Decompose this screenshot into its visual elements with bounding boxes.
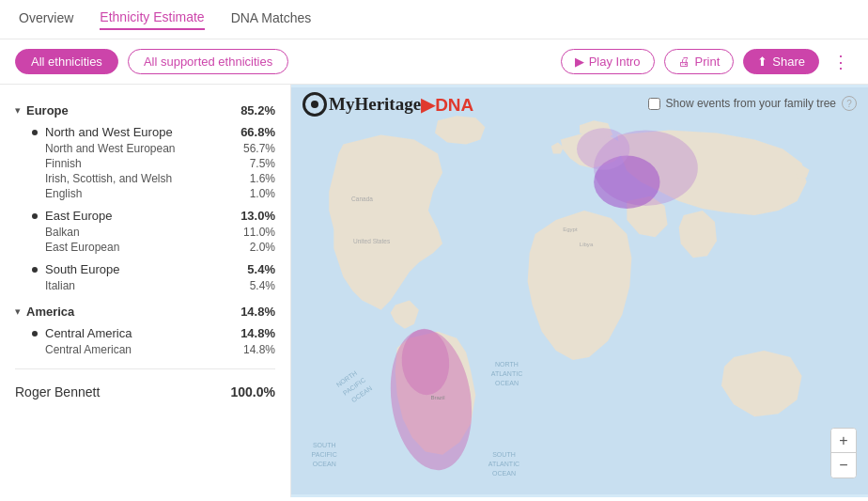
subregion-nw-label: North and West Europe bbox=[45, 125, 240, 139]
svg-text:OCEAN: OCEAN bbox=[492, 470, 516, 477]
filter-all-ethnicities[interactable]: All ethnicities bbox=[15, 49, 118, 74]
bullet-central bbox=[32, 331, 38, 337]
list-item: Central American 14.8% bbox=[15, 342, 275, 357]
list-item: Irish, Scottish, and Welsh 1.6% bbox=[15, 171, 275, 186]
svg-text:ATLANTIC: ATLANTIC bbox=[488, 461, 519, 467]
top-nav: Overview Ethnicity Estimate DNA Matches bbox=[0, 0, 868, 39]
logo-circle-inner bbox=[311, 101, 318, 108]
person-total: Roger Bennett 100.0% bbox=[15, 381, 275, 403]
subregion-nw-europe[interactable]: North and West Europe 66.8% bbox=[15, 123, 275, 141]
main-content: ▾ Europe 85.2% North and West Europe 66.… bbox=[0, 85, 868, 497]
svg-text:Brazil: Brazil bbox=[430, 395, 444, 400]
logo-dna: ▶DNA bbox=[421, 94, 473, 116]
region-europe-label: Europe bbox=[26, 103, 235, 117]
ethnicity-list: ▾ Europe 85.2% North and West Europe 66.… bbox=[0, 85, 291, 497]
nav-overview[interactable]: Overview bbox=[19, 10, 73, 29]
svg-point-5 bbox=[577, 128, 629, 169]
person-name: Roger Bennett bbox=[15, 384, 231, 399]
bullet-nw bbox=[32, 130, 38, 135]
region-america[interactable]: ▾ America 14.8% bbox=[15, 305, 275, 319]
list-item: English 1.0% bbox=[15, 186, 275, 201]
play-intro-button[interactable]: ▶ Play Intro bbox=[561, 49, 655, 74]
subregion-south-label: South Europe bbox=[45, 262, 247, 276]
chevron-europe: ▾ bbox=[15, 104, 21, 117]
show-events-label: Show events from your family tree bbox=[666, 97, 836, 110]
svg-text:ATLANTIC: ATLANTIC bbox=[491, 370, 522, 377]
subregion-east-label: East Europe bbox=[45, 209, 240, 223]
svg-text:PACIFIC: PACIFIC bbox=[312, 451, 337, 458]
svg-text:Libya: Libya bbox=[580, 242, 594, 247]
subregion-nw-pct: 66.8% bbox=[240, 125, 275, 139]
list-item: East European 2.0% bbox=[15, 240, 275, 255]
nav-dna-matches[interactable]: DNA Matches bbox=[231, 10, 312, 29]
print-icon: 🖨 bbox=[678, 55, 690, 69]
filter-bar: All ethnicities All supported ethnicitie… bbox=[0, 39, 868, 85]
list-item: Balkan 11.0% bbox=[15, 225, 275, 240]
subregion-central-america[interactable]: Central America 14.8% bbox=[15, 324, 275, 342]
bullet-south bbox=[32, 267, 38, 273]
filter-all-supported[interactable]: All supported ethnicities bbox=[128, 49, 288, 74]
subregion-central-label: Central America bbox=[45, 326, 240, 340]
svg-text:NORTH: NORTH bbox=[495, 361, 519, 368]
region-america-label: America bbox=[26, 305, 235, 319]
more-options-button[interactable]: ⋮ bbox=[829, 52, 853, 72]
region-europe-pct: 85.2% bbox=[240, 103, 275, 117]
person-total-pct: 100.0% bbox=[231, 384, 275, 399]
chevron-america: ▾ bbox=[15, 305, 21, 318]
logo-myheritage: MyHeritage bbox=[329, 94, 421, 115]
show-events-checkbox[interactable] bbox=[648, 98, 660, 110]
zoom-in-button[interactable]: + bbox=[831, 429, 856, 453]
svg-text:SOUTH: SOUTH bbox=[313, 442, 336, 448]
subregion-east-pct: 13.0% bbox=[240, 209, 275, 223]
svg-text:OCEAN: OCEAN bbox=[313, 461, 336, 467]
list-item: Italian 5.4% bbox=[15, 278, 275, 293]
region-america-pct: 14.8% bbox=[240, 305, 275, 319]
map-panel[interactable]: MyHeritage▶DNA Show events from your fam… bbox=[291, 85, 868, 497]
svg-text:United States: United States bbox=[353, 238, 391, 244]
subregion-central-pct: 14.8% bbox=[240, 326, 275, 340]
help-icon[interactable]: ? bbox=[842, 96, 857, 111]
subregion-south-pct: 5.4% bbox=[247, 262, 275, 276]
nav-ethnicity[interactable]: Ethnicity Estimate bbox=[100, 9, 204, 30]
play-icon: ▶ bbox=[575, 55, 584, 69]
share-icon: ⬆ bbox=[757, 55, 767, 69]
share-button[interactable]: ⬆ Share bbox=[743, 49, 819, 74]
zoom-out-button[interactable]: − bbox=[831, 453, 856, 478]
show-events-control[interactable]: Show events from your family tree ? bbox=[648, 96, 857, 111]
map-logo: MyHeritage▶DNA bbox=[302, 92, 473, 117]
list-item: Finnish 7.5% bbox=[15, 156, 275, 171]
svg-text:Canada: Canada bbox=[351, 196, 373, 202]
region-europe[interactable]: ▾ Europe 85.2% bbox=[15, 103, 275, 117]
svg-text:SOUTH: SOUTH bbox=[492, 451, 516, 458]
zoom-controls: + − bbox=[830, 428, 857, 478]
list-item: North and West European 56.7% bbox=[15, 141, 275, 156]
subregion-east-europe[interactable]: East Europe 13.0% bbox=[15, 207, 275, 225]
svg-text:OCEAN: OCEAN bbox=[495, 380, 519, 386]
bullet-east bbox=[32, 213, 38, 219]
logo-circle-icon bbox=[302, 92, 327, 117]
print-button[interactable]: 🖨 Print bbox=[664, 49, 735, 74]
svg-text:Egypt: Egypt bbox=[563, 227, 578, 232]
divider bbox=[15, 368, 275, 369]
world-map[interactable]: NORTH PACIFIC OCEAN NORTH ATLANTIC OCEAN… bbox=[291, 85, 868, 497]
subregion-south-europe[interactable]: South Europe 5.4% bbox=[15, 260, 275, 278]
